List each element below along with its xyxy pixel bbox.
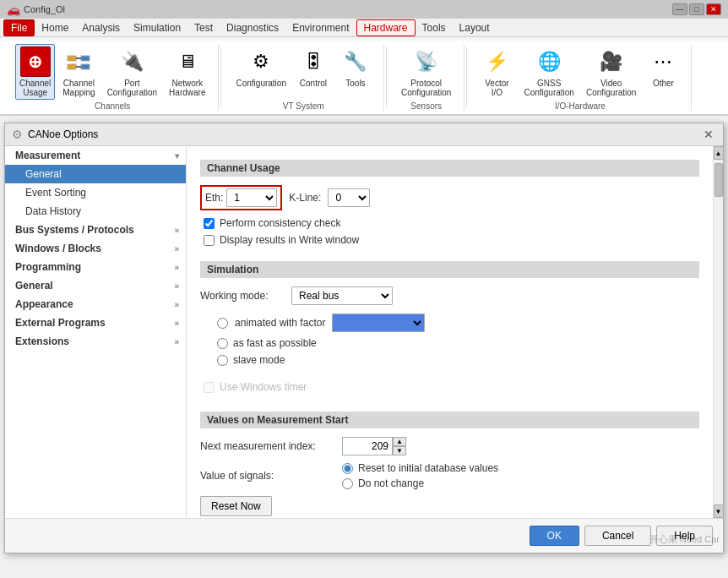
next-index-spinbox: ▲ ▼ xyxy=(342,437,406,455)
perform-consistency-checkbox[interactable] xyxy=(204,218,215,229)
sensors-group-label: Sensors xyxy=(410,100,442,111)
vector-io-button[interactable]: ⚡ VectorI/O xyxy=(477,44,516,100)
vtsystem-buttons: ⚙ Configuration 🎛 Control 🔧 Tools xyxy=(231,44,374,100)
menu-hardware[interactable]: Hardware xyxy=(356,19,416,36)
slave-mode-radio[interactable] xyxy=(217,355,228,366)
sidebar-item-general[interactable]: General xyxy=(5,165,186,183)
reset-radio-label: Reset to initial database values xyxy=(358,462,498,474)
working-mode-select[interactable]: Real bus Simulation xyxy=(291,286,393,305)
io-buttons: ⚡ VectorI/O 🌐 GNSSConfiguration 🎥 VideoC… xyxy=(477,44,682,100)
channel-usage-label: ChannelUsage xyxy=(19,79,51,97)
sidebar-item-measurement[interactable]: Measurement ▾ xyxy=(5,146,186,165)
ribbon-group-sensors: 📡 ProtocolConfiguration Sensors xyxy=(388,44,465,111)
spinbox-up[interactable]: ▲ xyxy=(393,437,406,446)
app-icon: 🚗 xyxy=(7,3,20,16)
sidebar-item-external-programs[interactable]: External Programs » xyxy=(5,314,186,332)
maximize-button[interactable]: □ xyxy=(689,3,704,15)
sidebar-item-appearance[interactable]: Appearance » xyxy=(5,295,186,314)
values-section: Values on Measurement Start xyxy=(200,412,699,428)
sidebar-item-programming[interactable]: Programming » xyxy=(5,258,186,276)
protocol-configuration-button[interactable]: 📡 ProtocolConfiguration xyxy=(397,44,455,100)
ribbon-group-channels: ⊕ ChannelUsage ChannelMapping 🔌 PortConf… xyxy=(7,44,219,111)
menu-test[interactable]: Test xyxy=(187,20,220,35)
eth-kline-row: Eth: 1234 K-Line: 012 xyxy=(200,185,699,210)
external-programs-expand: » xyxy=(174,319,179,328)
menu-simulation[interactable]: Simulation xyxy=(127,20,187,35)
menu-layout[interactable]: Layout xyxy=(453,20,497,35)
bus-systems-label: Bus Systems / Protocols xyxy=(15,224,134,236)
spinbox-buttons: ▲ ▼ xyxy=(393,437,406,455)
dialog-title-bar: ⚙ CANoe Options ✕ xyxy=(5,123,723,146)
sidebar-item-bus-systems[interactable]: Bus Systems / Protocols » xyxy=(5,221,186,239)
scrollbar[interactable]: ▲ ▼ xyxy=(713,146,723,518)
menu-diagnostics[interactable]: Diagnostics xyxy=(220,20,285,35)
general-label: General xyxy=(25,168,62,180)
gnss-configuration-label: GNSSConfiguration xyxy=(524,79,573,97)
menu-file[interactable]: File xyxy=(3,19,35,36)
general2-expand: » xyxy=(174,281,179,291)
sidebar-item-windows[interactable]: Windows / Blocks » xyxy=(5,239,186,258)
dialog-title-text: CANoe Options xyxy=(28,128,98,140)
io-group-label: I/O-Hardware xyxy=(555,100,606,111)
eth-wrapper: Eth: 1234 xyxy=(200,185,282,210)
no-change-radio[interactable] xyxy=(342,478,353,489)
other-label: Other xyxy=(653,79,674,88)
close-button[interactable]: ✕ xyxy=(706,3,721,15)
sidebar-item-data-history[interactable]: Data History xyxy=(5,202,186,221)
channel-mapping-label: ChannelMapping xyxy=(62,79,95,97)
kline-label: K-Line: xyxy=(289,192,321,204)
sidebar-item-event-sorting[interactable]: Event Sorting xyxy=(5,183,186,202)
gnss-configuration-button[interactable]: 🌐 GNSSConfiguration xyxy=(519,44,578,100)
menu-tools[interactable]: Tools xyxy=(416,20,453,35)
menu-environment[interactable]: Environment xyxy=(285,20,356,35)
spinbox-down[interactable]: ▼ xyxy=(393,446,406,455)
kline-select[interactable]: 012 xyxy=(328,188,370,207)
network-hardware-button[interactable]: 🖥 NetworkHardware xyxy=(165,44,209,100)
display-results-row: Display results in Write window xyxy=(200,234,699,246)
animated-factor-select[interactable] xyxy=(332,314,425,332)
dialog-close-button[interactable]: ✕ xyxy=(701,127,716,142)
sidebar-item-general2[interactable]: General » xyxy=(5,276,186,295)
slave-mode-row: slave mode xyxy=(200,354,699,366)
channels-group-label: Channels xyxy=(95,100,130,111)
port-configuration-button[interactable]: 🔌 PortConfiguration xyxy=(103,44,161,100)
other-button[interactable]: ⋯ Other xyxy=(644,44,682,100)
ribbon-group-io: ⚡ VectorI/O 🌐 GNSSConfiguration 🎥 VideoC… xyxy=(469,44,692,111)
simulation-section: Simulation xyxy=(200,261,699,278)
reset-now-button[interactable]: Reset Now xyxy=(200,496,272,516)
channel-mapping-button[interactable]: ChannelMapping xyxy=(58,44,99,100)
extensions-label: Extensions xyxy=(15,335,69,347)
reset-radio[interactable] xyxy=(342,463,353,474)
display-results-checkbox[interactable] xyxy=(204,235,215,246)
control-button[interactable]: 🎛 Control xyxy=(294,44,333,100)
appearance-expand: » xyxy=(174,300,179,309)
signals-row: Value of signals: Reset to initial datab… xyxy=(200,462,699,489)
menu-analysis[interactable]: Analysis xyxy=(75,20,127,35)
bus-systems-expand: » xyxy=(174,226,179,235)
channel-usage-button[interactable]: ⊕ ChannelUsage xyxy=(15,44,55,100)
use-timer-checkbox[interactable] xyxy=(204,382,215,393)
vector-io-label: VectorI/O xyxy=(485,79,508,97)
configuration-button[interactable]: ⚙ Configuration xyxy=(231,44,290,100)
animated-radio[interactable] xyxy=(217,318,228,329)
video-configuration-button[interactable]: 🎥 VideoConfiguration xyxy=(582,44,640,100)
cancel-button[interactable]: Cancel xyxy=(584,526,651,546)
working-mode-label: Working mode: xyxy=(200,290,285,302)
minimize-button[interactable]: — xyxy=(672,3,687,15)
general2-label: General xyxy=(15,280,53,292)
as-fast-radio[interactable] xyxy=(217,338,228,349)
title-bar: 🚗 Config_Ol — □ ✕ xyxy=(0,0,728,19)
dialog-footer: OK Cancel Help xyxy=(5,518,723,553)
ok-button[interactable]: OK xyxy=(530,526,579,546)
sidebar-item-extensions[interactable]: Extensions » xyxy=(5,332,186,351)
scroll-thumb[interactable] xyxy=(714,163,723,197)
measurement-label: Measurement xyxy=(15,150,80,161)
tools-button[interactable]: 🔧 Tools xyxy=(336,44,375,100)
external-programs-label: External Programs xyxy=(15,317,106,329)
perform-consistency-label: Perform consistency check xyxy=(220,217,340,229)
svg-rect-0 xyxy=(68,56,76,61)
sidebar: Measurement ▾ General Event Sorting Data… xyxy=(5,146,187,518)
next-index-input[interactable] xyxy=(342,437,393,455)
menu-home[interactable]: Home xyxy=(35,20,75,35)
eth-select[interactable]: 1234 xyxy=(226,188,277,207)
